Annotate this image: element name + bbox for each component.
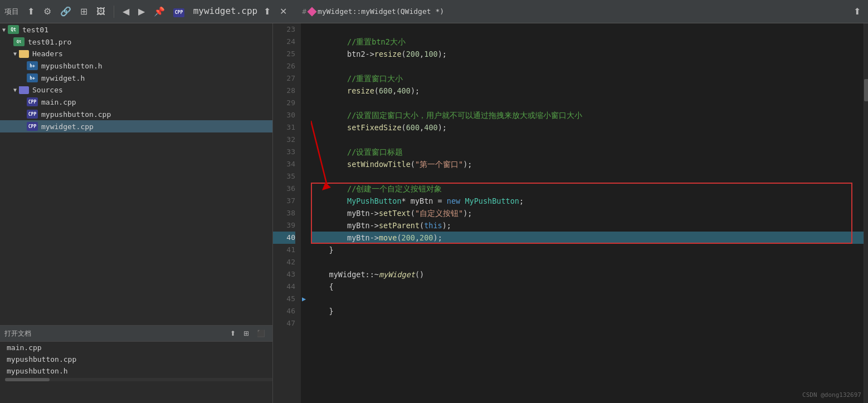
top-toolbar: 项目 ⬆ ⚙ 🔗 ⊞ 🖼 ◀ ▶ 📌 CPP mywidget.cpp ⬆ ✕ …: [0, 0, 868, 23]
code-line-29: [311, 97, 864, 109]
code-func: move: [379, 232, 397, 244]
code-text: myBtn->: [311, 207, 379, 219]
code-text: );: [438, 121, 447, 134]
ln-41: 41: [273, 244, 295, 256]
panel-add-btn[interactable]: ⊞: [241, 328, 252, 339]
code-line-24: //重置btn2大小: [311, 36, 864, 48]
tree-item-test01pro[interactable]: Qt test01.pro: [0, 36, 272, 48]
ln-45: 45: [273, 293, 295, 305]
tree-item-mypushbutton-h[interactable]: h+ mypushbutton.h: [0, 60, 272, 72]
tab-close-button[interactable]: ✕: [277, 4, 290, 18]
code-comment: //重置窗口大小: [311, 72, 403, 85]
breadcrumb: # myWidget::myWidget(QWidget *): [302, 7, 444, 16]
cpp-file-icon: CPP: [27, 110, 38, 119]
panel-expand-btn[interactable]: ⬛: [254, 328, 268, 339]
line-numbers: 23 24 25 26 27 28 29 30 31 32 33 34 35 3…: [273, 23, 301, 403]
ln-30: 30: [273, 109, 295, 121]
tree-item-mywidget-h[interactable]: h+ mywidget.h: [0, 72, 272, 84]
tab-scroll-up[interactable]: ⬆: [261, 4, 274, 18]
tree-item-test01[interactable]: ▼ Qt test01: [0, 23, 272, 36]
project-label: 项目: [4, 7, 19, 17]
code-func: setFixedSize: [347, 121, 402, 134]
code-line-41: }: [311, 244, 864, 256]
ln-36: 36: [273, 183, 295, 195]
code-line-38: myBtn->setText("自定义按钮");: [311, 207, 864, 219]
open-doc-main-cpp[interactable]: main.cpp: [0, 342, 272, 353]
add-button[interactable]: ⊞: [77, 4, 90, 18]
pin-button[interactable]: 📌: [151, 4, 168, 18]
code-line-39: myBtn->setParent(this);: [311, 219, 864, 232]
code-line-42: [311, 256, 864, 268]
cpp-file-icon: CPP: [173, 8, 184, 17]
code-text: );: [463, 158, 472, 170]
ln-33: 33: [273, 146, 295, 158]
nav-back-button[interactable]: ◀: [120, 4, 132, 18]
code-func: resize: [374, 48, 402, 60]
code-line-37: MyPushButton* myBtn = new MyPushButton;: [311, 195, 864, 207]
open-docs-header: 打开文档 ⬆ ⊞ ⬛: [0, 326, 272, 342]
code-text: ,: [415, 232, 420, 244]
code-comment: //设置窗口标题: [311, 146, 403, 158]
editor-tab[interactable]: CPP mywidget.cpp: [173, 6, 257, 17]
ln-35: 35: [273, 170, 295, 183]
code-num: 200: [406, 48, 420, 60]
main-layout: ▼ Qt test01 Qt test01.pro ▼ Headers h+ m…: [0, 23, 868, 403]
ln-27: 27: [273, 72, 295, 85]
ln-47: 47: [273, 317, 295, 330]
code-line-44: {: [311, 281, 864, 293]
filter-button[interactable]: ⚙: [41, 4, 54, 18]
ln-37: 37: [273, 195, 295, 207]
code-text: [311, 195, 347, 207]
code-line-28: resize(600,400);: [311, 85, 864, 97]
tree-item-sources[interactable]: ▼ Sources: [0, 84, 272, 96]
tree-item-mypushbutton-cpp[interactable]: CPP mypushbutton.cpp: [0, 108, 272, 120]
code-keyword: this: [424, 219, 442, 232]
code-func: setWindowTitle: [347, 158, 411, 170]
code-line-35: [311, 170, 864, 183]
cpp-file-icon: CPP: [27, 122, 38, 131]
pro-file-icon: Qt: [13, 37, 25, 46]
ln-32: 32: [273, 134, 295, 146]
tree-item-mywidget-cpp[interactable]: CPP mywidget.cpp: [0, 120, 272, 132]
sync-button[interactable]: 🔗: [57, 4, 74, 18]
open-doc-mypushbutton-cpp[interactable]: mypushbutton.cpp: [0, 353, 272, 365]
ln-29: 29: [273, 97, 295, 109]
tree-item-headers[interactable]: ▼ Headers: [0, 48, 272, 60]
code-type: MyPushButton: [465, 195, 519, 207]
code-line-33: //设置窗口标题: [311, 146, 864, 158]
image-button[interactable]: 🖼: [94, 5, 108, 18]
mini-scrollbar[interactable]: [864, 23, 868, 403]
code-text: (: [411, 158, 415, 170]
code-line-46: }: [311, 305, 864, 317]
ln-38: 38: [273, 207, 295, 219]
ln-28: 28: [273, 85, 295, 97]
breadcrumb-expand[interactable]: ⬆: [851, 4, 864, 18]
code-line-47: [311, 317, 864, 330]
code-content-wrapper: //重置btn2大小 btn2->resize(200,100); //重置窗口…: [311, 23, 864, 403]
panel-controls: ⬆ ⊞ ⬛: [227, 328, 268, 339]
hash-symbol: #: [302, 7, 306, 16]
code-num: 400: [397, 85, 410, 97]
code-num: 200: [420, 232, 433, 244]
tree-item-main-cpp[interactable]: CPP main.cpp: [0, 96, 272, 108]
code-text: {: [311, 281, 334, 293]
code-text: ,: [392, 85, 397, 97]
code-text: }: [311, 305, 334, 317]
code-line-30: //设置固定窗口大小，用户就不可以通过拖拽来放大或缩小窗口大小: [311, 109, 864, 121]
code-string: "第一个窗口": [415, 158, 463, 170]
nav-up-button[interactable]: ⬆: [25, 4, 37, 18]
code-text: (: [402, 48, 406, 60]
expand-arrow: ▼: [2, 27, 6, 33]
code-num: 600: [406, 121, 420, 134]
code-text: [311, 85, 347, 97]
code-string: "自定义按钮": [415, 207, 463, 219]
left-panel: ▼ Qt test01 Qt test01.pro ▼ Headers h+ m…: [0, 23, 273, 403]
open-doc-mypushbutton-h[interactable]: mypushbutton.h: [0, 365, 272, 377]
code-area[interactable]: 23 24 25 26 27 28 29 30 31 32 33 34 35 3…: [273, 23, 868, 403]
code-comment: //设置固定窗口大小，用户就不可以通过拖拽来放大或缩小窗口大小: [311, 109, 582, 121]
panel-up-btn[interactable]: ⬆: [227, 328, 238, 339]
expand-arrow: ▼: [13, 87, 17, 93]
nav-fwd-button[interactable]: ▶: [135, 4, 148, 18]
open-docs-panel: 打开文档 ⬆ ⊞ ⬛ main.cpp mypushbutton.cpp myp…: [0, 325, 272, 403]
tree-item-label: main.cpp: [41, 98, 76, 106]
